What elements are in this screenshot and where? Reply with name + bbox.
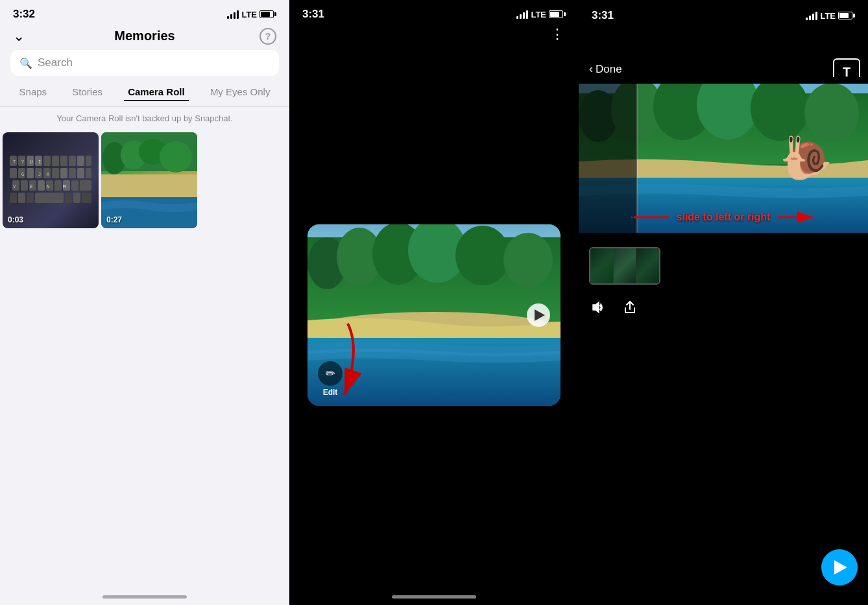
svg-text:M: M <box>63 184 66 189</box>
snail-icon: 🐌 <box>780 134 832 183</box>
film-frame-2 <box>614 248 636 283</box>
status-bar-3: 3:31 LTE <box>579 0 868 26</box>
keyboard-svg: T Y U I G J K V B N M <box>8 154 93 206</box>
lte-label-1: LTE <box>241 10 257 19</box>
signal-icon-2 <box>516 10 528 19</box>
send-button[interactable] <box>821 549 858 586</box>
edit-header: ‹ Done <box>579 26 868 84</box>
menu-dots[interactable]: ⋮ <box>550 26 566 43</box>
svg-rect-4 <box>43 156 51 166</box>
memories-header: ⌄ Memories ? <box>0 25 289 50</box>
thumb-keyboard[interactable]: T Y U I G J K V B N M 0:03 <box>3 132 99 228</box>
svg-rect-12 <box>27 168 34 178</box>
tab-camera-roll[interactable]: Camera Roll <box>124 84 189 101</box>
battery-icon-1 <box>259 10 276 18</box>
search-placeholder: Search <box>38 56 73 69</box>
keyboard-image: T Y U I G J K V B N M <box>3 132 99 228</box>
svg-rect-17 <box>69 168 76 178</box>
status-icons-1: LTE <box>227 10 276 19</box>
svg-point-62 <box>503 233 553 287</box>
time-3: 3:31 <box>592 9 614 22</box>
panel-video: 3:31 LTE ⋮ <box>289 0 579 605</box>
red-arrow-svg <box>315 311 367 401</box>
done-button[interactable]: ‹ Done <box>589 62 622 76</box>
home-indicator-1 <box>102 595 187 599</box>
svg-rect-5 <box>52 156 59 166</box>
signal-icon-3 <box>806 11 817 20</box>
black-top <box>579 77 868 84</box>
edit-beach-scene: 🐌 slide to left or right <box>579 84 868 233</box>
panel-edit: 3:31 LTE ‹ Done T <box>579 0 868 605</box>
svg-point-52 <box>160 141 192 172</box>
status-icons-3: LTE <box>806 11 855 21</box>
filmstrip[interactable] <box>589 247 660 285</box>
status-bar-2: 3:31 LTE <box>289 0 579 25</box>
camera-roll-notice: Your Camera Roll isn't backed up by Snap… <box>0 107 289 130</box>
memories-title: Memories <box>114 29 175 43</box>
annotation-arrow-2 <box>315 311 367 404</box>
svg-text:U: U <box>30 160 32 165</box>
svg-rect-28 <box>80 180 91 191</box>
film-frame-1 <box>590 248 613 283</box>
search-icon: 🔍 <box>19 57 32 69</box>
tab-stories[interactable]: Stories <box>68 84 106 101</box>
chevron-left-icon: ‹ <box>589 62 593 76</box>
bottom-controls <box>579 285 868 334</box>
help-button[interactable]: ? <box>259 28 276 45</box>
svg-rect-29 <box>10 193 17 203</box>
thumb-beach[interactable]: 0:27 <box>101 132 197 228</box>
svg-text:B: B <box>30 184 32 189</box>
play-button[interactable] <box>527 303 550 327</box>
svg-point-61 <box>455 226 510 285</box>
lte-label-2: LTE <box>531 10 546 19</box>
svg-rect-15 <box>52 168 59 178</box>
svg-rect-27 <box>71 180 78 191</box>
beach-image-small <box>101 132 197 228</box>
battery-icon-2 <box>549 10 566 18</box>
share-icon <box>621 299 638 316</box>
edit-video-container: 🐌 slide to left or right <box>579 77 868 233</box>
sound-icon <box>589 299 606 316</box>
svg-rect-8 <box>77 156 84 166</box>
play-icon <box>535 309 545 321</box>
thumb2-duration: 0:27 <box>106 215 122 224</box>
home-indicator-2 <box>392 595 476 599</box>
tab-my-eyes-only[interactable]: My Eyes Only <box>206 84 274 101</box>
svg-text:J: J <box>38 172 41 177</box>
slide-annotation: slide to left or right <box>579 211 868 224</box>
svg-rect-21 <box>21 180 28 191</box>
svg-rect-10 <box>10 168 17 178</box>
below-video-area <box>579 233 868 605</box>
svg-rect-7 <box>69 156 76 166</box>
svg-text:N: N <box>47 184 49 189</box>
slide-text: slide to left or right <box>677 211 771 223</box>
arrow-left-icon <box>631 211 670 224</box>
arrow-right-icon <box>777 211 815 224</box>
chevron-down-icon[interactable]: ⌄ <box>13 28 25 45</box>
time-1: 3:32 <box>13 8 35 21</box>
svg-rect-35 <box>82 193 91 203</box>
tabs-row: Snaps Stories Camera Roll My Eyes Only <box>0 84 289 107</box>
lte-label-3: LTE <box>820 11 836 21</box>
done-label: Done <box>596 63 622 76</box>
thumb1-duration: 0:03 <box>8 215 23 224</box>
panel-memories: 3:32 LTE ⌄ Memories ? 🔍 Searc <box>0 0 289 605</box>
beach-svg-small <box>101 132 197 228</box>
svg-rect-16 <box>60 168 67 178</box>
svg-rect-19 <box>86 168 91 178</box>
film-frame-3 <box>636 248 659 283</box>
svg-rect-31 <box>27 193 34 203</box>
battery-icon-3 <box>838 12 855 19</box>
svg-rect-32 <box>35 193 64 203</box>
tab-snaps[interactable]: Snaps <box>16 84 51 101</box>
time-2: 3:31 <box>302 8 324 21</box>
svg-text:I: I <box>38 160 41 165</box>
svg-rect-23 <box>38 180 45 191</box>
status-icons-2: LTE <box>516 10 566 19</box>
svg-rect-9 <box>86 156 91 166</box>
sound-button[interactable] <box>589 299 606 320</box>
share-button[interactable] <box>621 299 638 320</box>
svg-text:G: G <box>21 172 24 177</box>
search-bar[interactable]: 🔍 Search <box>10 50 279 76</box>
send-icon <box>834 560 847 575</box>
